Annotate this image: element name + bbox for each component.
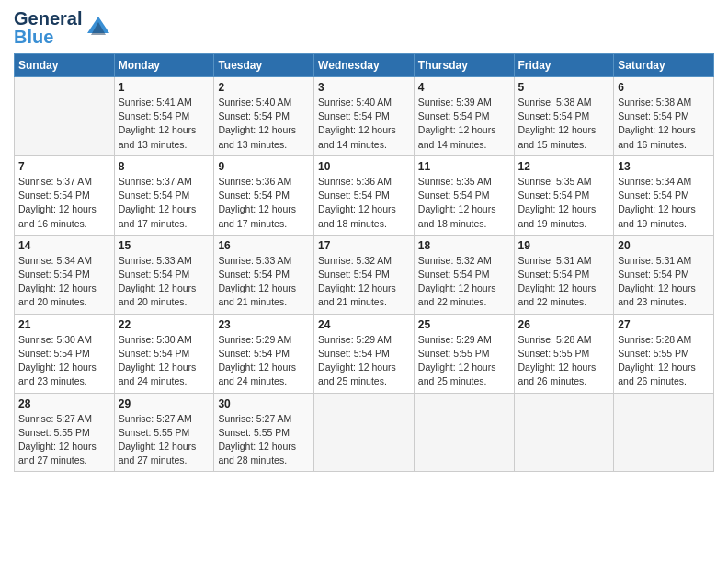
calendar-cell: 29Sunrise: 5:27 AM Sunset: 5:55 PM Dayli…	[114, 393, 214, 472]
day-number: 12	[518, 160, 610, 173]
day-number: 20	[618, 239, 710, 252]
day-number: 28	[18, 397, 110, 410]
day-info: Sunrise: 5:39 AM Sunset: 5:54 PM Dayligh…	[418, 96, 510, 152]
day-number: 27	[618, 318, 710, 331]
calendar-cell: 15Sunrise: 5:33 AM Sunset: 5:54 PM Dayli…	[114, 235, 214, 314]
weekday-header-thursday: Thursday	[414, 54, 514, 77]
day-info: Sunrise: 5:32 AM Sunset: 5:54 PM Dayligh…	[318, 254, 410, 310]
calendar-cell: 4Sunrise: 5:39 AM Sunset: 5:54 PM Daylig…	[414, 77, 514, 156]
day-info: Sunrise: 5:29 AM Sunset: 5:55 PM Dayligh…	[418, 333, 510, 389]
logo-blue: Blue	[14, 28, 53, 46]
calendar-cell	[614, 393, 714, 472]
day-number: 11	[418, 160, 510, 173]
day-number: 17	[318, 239, 410, 252]
day-number: 15	[119, 239, 210, 252]
calendar-cell: 24Sunrise: 5:29 AM Sunset: 5:54 PM Dayli…	[314, 314, 415, 393]
day-number: 22	[119, 318, 210, 331]
calendar-cell: 28Sunrise: 5:27 AM Sunset: 5:55 PM Dayli…	[15, 393, 115, 472]
calendar-cell: 10Sunrise: 5:36 AM Sunset: 5:54 PM Dayli…	[314, 155, 415, 235]
day-number: 13	[618, 160, 710, 173]
calendar-cell: 25Sunrise: 5:29 AM Sunset: 5:55 PM Dayli…	[414, 314, 514, 393]
calendar-cell: 27Sunrise: 5:28 AM Sunset: 5:55 PM Dayli…	[614, 314, 714, 393]
calendar-cell: 7Sunrise: 5:37 AM Sunset: 5:54 PM Daylig…	[15, 155, 115, 235]
day-number: 25	[418, 318, 510, 331]
calendar-cell: 17Sunrise: 5:32 AM Sunset: 5:54 PM Dayli…	[314, 235, 415, 314]
day-info: Sunrise: 5:31 AM Sunset: 5:54 PM Dayligh…	[618, 254, 710, 310]
day-number: 1	[119, 81, 210, 94]
day-number: 4	[418, 81, 510, 94]
weekday-header-saturday: Saturday	[614, 54, 714, 77]
day-number: 18	[418, 239, 510, 252]
day-number: 5	[518, 81, 610, 94]
day-number: 9	[218, 160, 310, 173]
day-info: Sunrise: 5:30 AM Sunset: 5:54 PM Dayligh…	[18, 333, 110, 389]
logo: General Blue	[14, 9, 111, 46]
day-info: Sunrise: 5:30 AM Sunset: 5:54 PM Dayligh…	[119, 333, 210, 389]
day-info: Sunrise: 5:40 AM Sunset: 5:54 PM Dayligh…	[318, 96, 410, 152]
day-info: Sunrise: 5:29 AM Sunset: 5:54 PM Dayligh…	[318, 333, 410, 389]
day-info: Sunrise: 5:27 AM Sunset: 5:55 PM Dayligh…	[18, 412, 110, 468]
calendar-cell: 12Sunrise: 5:35 AM Sunset: 5:54 PM Dayli…	[514, 155, 614, 235]
calendar-cell: 13Sunrise: 5:34 AM Sunset: 5:54 PM Dayli…	[614, 155, 714, 235]
calendar-cell: 23Sunrise: 5:29 AM Sunset: 5:54 PM Dayli…	[214, 314, 314, 393]
day-info: Sunrise: 5:38 AM Sunset: 5:54 PM Dayligh…	[618, 96, 710, 152]
calendar-cell: 14Sunrise: 5:34 AM Sunset: 5:54 PM Dayli…	[15, 235, 115, 314]
day-number: 30	[218, 397, 310, 410]
calendar-cell: 22Sunrise: 5:30 AM Sunset: 5:54 PM Dayli…	[114, 314, 214, 393]
day-info: Sunrise: 5:31 AM Sunset: 5:54 PM Dayligh…	[518, 254, 610, 310]
calendar-cell: 26Sunrise: 5:28 AM Sunset: 5:55 PM Dayli…	[514, 314, 614, 393]
day-number: 2	[218, 81, 310, 94]
day-number: 26	[518, 318, 610, 331]
calendar-week-3: 14Sunrise: 5:34 AM Sunset: 5:54 PM Dayli…	[15, 235, 714, 314]
calendar-week-2: 7Sunrise: 5:37 AM Sunset: 5:54 PM Daylig…	[15, 155, 714, 235]
day-info: Sunrise: 5:36 AM Sunset: 5:54 PM Dayligh…	[218, 175, 310, 231]
day-info: Sunrise: 5:33 AM Sunset: 5:54 PM Dayligh…	[218, 254, 310, 310]
day-number: 19	[518, 239, 610, 252]
calendar-cell	[514, 393, 614, 472]
calendar-cell: 21Sunrise: 5:30 AM Sunset: 5:54 PM Dayli…	[15, 314, 115, 393]
day-number: 7	[18, 160, 110, 173]
day-number: 10	[318, 160, 410, 173]
calendar-cell: 20Sunrise: 5:31 AM Sunset: 5:54 PM Dayli…	[614, 235, 714, 314]
calendar-cell: 11Sunrise: 5:35 AM Sunset: 5:54 PM Dayli…	[414, 155, 514, 235]
logo-icon	[85, 15, 111, 40]
calendar-cell	[414, 393, 514, 472]
calendar-cell: 9Sunrise: 5:36 AM Sunset: 5:54 PM Daylig…	[214, 155, 314, 235]
calendar-cell: 1Sunrise: 5:41 AM Sunset: 5:54 PM Daylig…	[114, 77, 214, 156]
day-number: 16	[218, 239, 310, 252]
weekday-header-row: SundayMondayTuesdayWednesdayThursdayFrid…	[15, 54, 714, 77]
calendar-cell: 2Sunrise: 5:40 AM Sunset: 5:54 PM Daylig…	[214, 77, 314, 156]
day-info: Sunrise: 5:35 AM Sunset: 5:54 PM Dayligh…	[518, 175, 610, 231]
calendar-cell: 18Sunrise: 5:32 AM Sunset: 5:54 PM Dayli…	[414, 235, 514, 314]
calendar-cell: 30Sunrise: 5:27 AM Sunset: 5:55 PM Dayli…	[214, 393, 314, 472]
calendar-cell: 5Sunrise: 5:38 AM Sunset: 5:54 PM Daylig…	[514, 77, 614, 156]
day-number: 21	[18, 318, 110, 331]
day-number: 6	[618, 81, 710, 94]
day-info: Sunrise: 5:37 AM Sunset: 5:54 PM Dayligh…	[18, 175, 110, 231]
day-number: 3	[318, 81, 410, 94]
calendar-cell: 3Sunrise: 5:40 AM Sunset: 5:54 PM Daylig…	[314, 77, 415, 156]
calendar-week-4: 21Sunrise: 5:30 AM Sunset: 5:54 PM Dayli…	[15, 314, 714, 393]
day-number: 29	[119, 397, 210, 410]
calendar-cell: 8Sunrise: 5:37 AM Sunset: 5:54 PM Daylig…	[114, 155, 214, 235]
day-info: Sunrise: 5:28 AM Sunset: 5:55 PM Dayligh…	[518, 333, 610, 389]
weekday-header-sunday: Sunday	[15, 54, 115, 77]
day-number: 8	[119, 160, 210, 173]
weekday-header-wednesday: Wednesday	[314, 54, 415, 77]
calendar-cell	[314, 393, 415, 472]
calendar-cell: 19Sunrise: 5:31 AM Sunset: 5:54 PM Dayli…	[514, 235, 614, 314]
day-info: Sunrise: 5:38 AM Sunset: 5:54 PM Dayligh…	[518, 96, 610, 152]
day-info: Sunrise: 5:36 AM Sunset: 5:54 PM Dayligh…	[318, 175, 410, 231]
day-info: Sunrise: 5:33 AM Sunset: 5:54 PM Dayligh…	[119, 254, 210, 310]
header: General Blue	[14, 9, 714, 46]
logo-general: General	[14, 9, 82, 28]
weekday-header-friday: Friday	[514, 54, 614, 77]
day-info: Sunrise: 5:40 AM Sunset: 5:54 PM Dayligh…	[218, 96, 310, 152]
weekday-header-monday: Monday	[114, 54, 214, 77]
day-info: Sunrise: 5:41 AM Sunset: 5:54 PM Dayligh…	[119, 96, 210, 152]
day-info: Sunrise: 5:32 AM Sunset: 5:54 PM Dayligh…	[418, 254, 510, 310]
calendar-cell: 6Sunrise: 5:38 AM Sunset: 5:54 PM Daylig…	[614, 77, 714, 156]
calendar-week-5: 28Sunrise: 5:27 AM Sunset: 5:55 PM Dayli…	[15, 393, 714, 472]
day-number: 24	[318, 318, 410, 331]
calendar-cell: 16Sunrise: 5:33 AM Sunset: 5:54 PM Dayli…	[214, 235, 314, 314]
